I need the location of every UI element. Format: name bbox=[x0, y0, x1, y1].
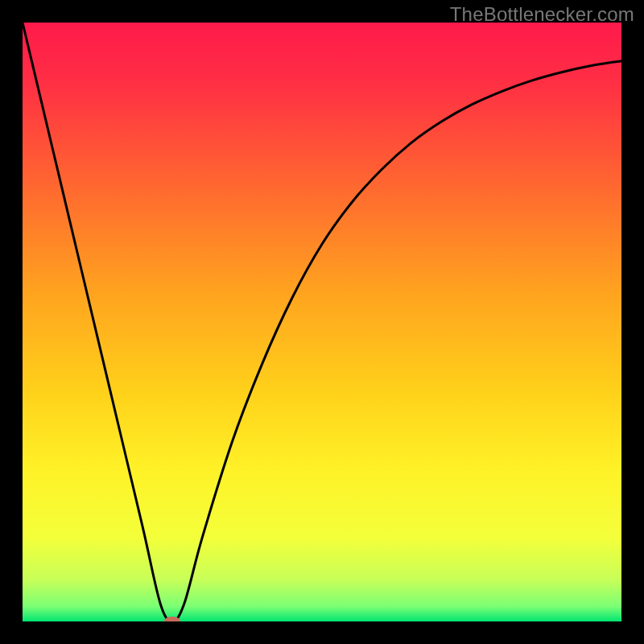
plot-area bbox=[23, 23, 621, 621]
bottleneck-curve bbox=[23, 23, 621, 621]
watermark-text: TheBottlenecker.com bbox=[450, 3, 634, 26]
chart-frame: TheBottlenecker.com bbox=[0, 0, 644, 644]
